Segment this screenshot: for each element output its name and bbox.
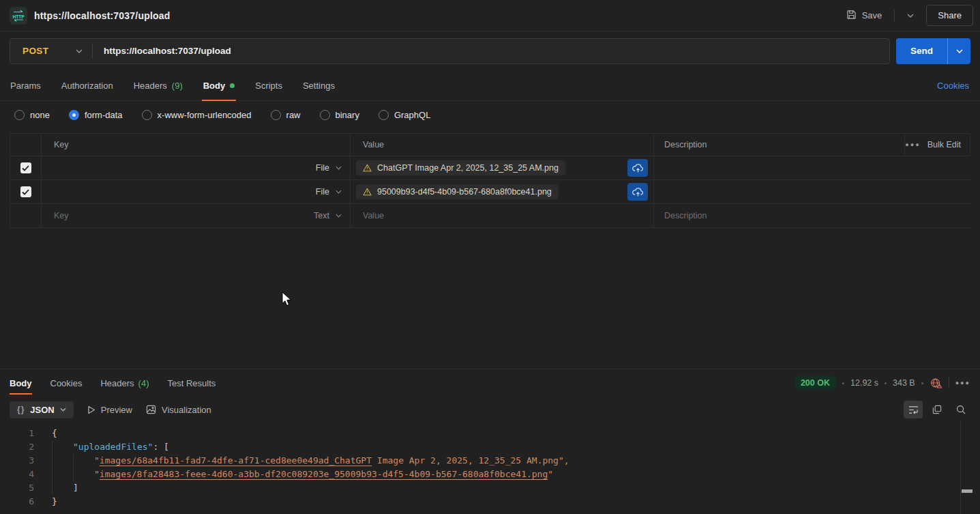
response-tabs-row: BodyCookiesHeaders(4)Test Results 200 OK…	[0, 369, 980, 397]
preview-label: Preview	[101, 405, 132, 415]
topbar: HTTP https://localhost:7037/upload Save	[0, 0, 980, 31]
format-selector[interactable]: {} JSON	[10, 401, 74, 418]
response-time[interactable]: 12.92 s	[850, 378, 878, 388]
cookies-link[interactable]: Cookies	[937, 70, 980, 100]
body-mode-label: x-www-form-urlencoded	[158, 110, 252, 120]
save-button[interactable]: Save	[841, 5, 888, 26]
more-actions-icon[interactable]: ●●●	[955, 380, 970, 386]
body-mode-binary[interactable]: binary	[320, 110, 359, 120]
file-chip[interactable]: 95009b93-d4f5-4b09-b567-680a8f0bce41.png	[356, 184, 559, 199]
url-box: POST https://localhost:7037/upload	[10, 38, 890, 64]
body-mode-form-data[interactable]: form-data	[69, 110, 123, 120]
file-name: 95009b93-d4f5-4b09-b567-680a8f0bce41.png	[377, 187, 552, 197]
code-token: "	[94, 469, 100, 479]
send-button[interactable]: Send	[896, 38, 947, 64]
tab-scripts[interactable]: Scripts	[245, 70, 293, 100]
tab-label: Scripts	[255, 81, 282, 91]
method-selector[interactable]: POST	[10, 39, 92, 63]
code-link[interactable]: images/8fa28483-feee-4d60-a3bb-df20c0892…	[100, 469, 548, 479]
indent-guide	[52, 468, 73, 481]
form-data-row: FileChatGPT Image Apr 2, 2025, 12_35_25 …	[10, 156, 970, 180]
request-tab[interactable]: HTTP https://localhost:7037/upload	[10, 7, 170, 25]
new-row: Key Text Value Description	[10, 204, 970, 228]
upload-file-button[interactable]	[627, 159, 648, 177]
cloud-upload-icon	[632, 163, 644, 173]
new-row-description-cell[interactable]: Description	[654, 204, 970, 227]
save-icon	[846, 10, 857, 22]
tab-label: Headers	[100, 378, 134, 388]
body-mode-none[interactable]: none	[14, 110, 50, 120]
row-type-selector[interactable]: Text	[314, 211, 342, 220]
code-line: 3"images/68a4fb11-fad7-4dfe-af71-ced8ee0…	[14, 454, 980, 468]
radio-icon	[69, 110, 79, 120]
row-checkbox[interactable]	[20, 186, 31, 197]
tab-body[interactable]: Body	[193, 70, 246, 100]
tab-label: Settings	[303, 81, 335, 91]
scrollbar-thumb[interactable]	[962, 489, 972, 493]
network-warning-icon[interactable]	[930, 377, 942, 389]
preview-button[interactable]: Preview	[87, 405, 132, 415]
upload-file-button[interactable]	[627, 183, 648, 201]
divider	[949, 377, 949, 388]
code-line: 1{	[14, 427, 980, 440]
code-token: Image Apr 2, 2025, 12_35_25 AM.png",	[372, 455, 569, 466]
code-token: : [	[153, 442, 168, 452]
body-mode-raw[interactable]: raw	[271, 110, 301, 120]
row-value-cell[interactable]: 95009b93-d4f5-4b09-b567-680a8f0bce41.png	[351, 180, 654, 203]
app-window: HTTP https://localhost:7037/upload Save	[0, 0, 980, 228]
code-token: "uploadedFiles"	[73, 442, 153, 452]
row-type-selector[interactable]: File	[316, 163, 342, 173]
code-link[interactable]: images/68a4fb11-fad7-4dfe-af71-ced8ee0e4…	[100, 455, 372, 466]
response-code[interactable]: 1{2"uploadedFiles": [3"images/68a4fb11-f…	[0, 423, 980, 509]
indent-guide	[52, 440, 73, 454]
save-options-chevron[interactable]	[902, 10, 919, 22]
visualization-label: Visualization	[162, 405, 211, 415]
tab-label: Test Results	[168, 378, 216, 388]
tab-authorization[interactable]: Authorization	[51, 70, 123, 100]
row-description-cell[interactable]	[654, 180, 970, 203]
body-mode-graphql[interactable]: GraphQL	[378, 110, 430, 120]
visualization-button[interactable]: Visualization	[146, 405, 211, 415]
search-button[interactable]	[951, 401, 970, 418]
type-label: Text	[314, 211, 329, 220]
mouse-cursor	[282, 291, 292, 307]
new-row-value-cell[interactable]: Value	[351, 204, 654, 227]
copy-button[interactable]	[927, 401, 947, 418]
status-badge[interactable]: 200 OK	[795, 376, 836, 390]
response-tab-body[interactable]: Body	[10, 369, 32, 397]
form-data-row: File95009b93-d4f5-4b09-b567-680a8f0bce41…	[10, 180, 970, 204]
more-options-icon[interactable]: ●●●	[905, 141, 920, 148]
response-tab-headers[interactable]: Headers(4)	[100, 369, 149, 397]
tab-settings[interactable]: Settings	[293, 70, 345, 100]
response-size[interactable]: 343 B	[893, 378, 915, 388]
tab-label: Headers	[134, 81, 167, 91]
tab-params[interactable]: Params	[0, 70, 51, 100]
file-chip[interactable]: ChatGPT Image Apr 2, 2025, 12_35_25 AM.p…	[356, 160, 565, 175]
body-mode-x-www-form-urlencoded[interactable]: x-www-form-urlencoded	[142, 110, 252, 120]
body-mode-label: none	[30, 110, 50, 120]
send-options-chevron[interactable]	[947, 38, 970, 64]
share-button[interactable]: Share	[926, 5, 973, 26]
tab-headers[interactable]: Headers(9)	[123, 70, 193, 100]
response-tab-cookies[interactable]: Cookies	[50, 369, 83, 397]
header-checkbox-cell	[10, 134, 42, 156]
method-label: POST	[23, 46, 48, 56]
row-value-cell[interactable]: ChatGPT Image Apr 2, 2025, 12_35_25 AM.p…	[351, 156, 654, 180]
row-checkbox[interactable]	[20, 162, 31, 173]
row-description-cell[interactable]	[654, 156, 970, 180]
row-type-selector[interactable]: File	[316, 187, 342, 197]
code-line: 2"uploadedFiles": [	[14, 440, 980, 454]
code-content: "uploadedFiles": [	[73, 440, 169, 454]
table-header-row: Key Value Description ●●● Bulk Edit	[10, 134, 970, 156]
response-tab-test-results[interactable]: Test Results	[168, 369, 216, 397]
bulk-edit-button[interactable]: Bulk Edit	[927, 140, 961, 149]
row-key-cell[interactable]: File	[42, 180, 351, 203]
new-row-key-cell[interactable]: Key Text	[42, 204, 351, 227]
url-input[interactable]: https://localhost:7037/upload	[93, 46, 231, 56]
http-request-icon: HTTP	[10, 7, 27, 25]
body-mode-label: form-data	[85, 110, 123, 120]
divider	[894, 10, 895, 22]
wrap-text-button[interactable]	[904, 401, 923, 418]
chevron-down-icon	[76, 49, 83, 53]
row-key-cell[interactable]: File	[42, 156, 351, 180]
